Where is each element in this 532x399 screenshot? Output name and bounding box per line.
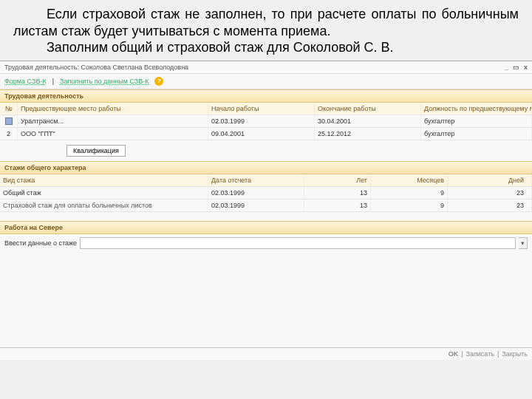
- cell-years: 13: [304, 187, 371, 199]
- col-years: Лет: [304, 174, 371, 186]
- col-days: Дней: [448, 174, 532, 186]
- col-start: Начало работы: [208, 103, 315, 115]
- cell-start: 02.03.1999: [208, 115, 315, 128]
- intro-paragraph-2: Заполним общий и страховой стаж для Соко…: [13, 39, 519, 56]
- cell-position: бухгалтер: [421, 128, 532, 140]
- app-window: Трудовая деятельность: Соколова Светлана…: [0, 61, 532, 360]
- window-title: Трудовая деятельность: Соколова Светлана…: [4, 64, 188, 71]
- dropdown-icon[interactable]: ▾: [519, 237, 528, 249]
- cell-org: ООО "ГПТ": [18, 128, 208, 140]
- cell-position: бухгалтер: [421, 115, 532, 128]
- window-titlebar: Трудовая деятельность: Соколова Светлана…: [0, 61, 532, 74]
- col-num: №: [0, 103, 18, 115]
- cell-months: 9: [371, 200, 448, 211]
- ok-button[interactable]: OK: [449, 350, 459, 358]
- experience-table: Вид стажа Дата отсчета Лет Месяцев Дней …: [0, 174, 532, 212]
- intro-paragraph-1: Если страховой стаж не заполнен, то при …: [13, 6, 519, 39]
- table-row[interactable]: Уралтрансм... 02.03.1999 30.04.2001 бухг…: [0, 115, 532, 129]
- cell-days: 23: [448, 187, 532, 199]
- cell-end: 30.04.2001: [315, 115, 421, 128]
- col-date: Дата отсчета: [208, 174, 304, 186]
- col-position: Должность по предшествующему месту работ…: [421, 103, 532, 115]
- cell-org: Уралтрансм...: [18, 115, 208, 128]
- separator: |: [52, 78, 54, 85]
- col-prev-place: Предшествующее место работы: [18, 103, 208, 115]
- cell-kind: Страховой стаж для оплаты больничных лис…: [0, 200, 208, 211]
- col-months: Месяцев: [371, 174, 448, 186]
- toolbar: Форма СЗВ-К | Заполнить по данным СЗВ-К …: [0, 74, 532, 89]
- work-history-table: № Предшествующее место работы Начало раб…: [0, 103, 532, 141]
- section-north-work: Работа на Севере: [0, 221, 532, 234]
- col-kind: Вид стажа: [0, 174, 208, 186]
- help-icon[interactable]: ?: [154, 77, 163, 86]
- qualification-button[interactable]: Квалификация: [66, 145, 126, 157]
- maximize-button[interactable]: ▭: [513, 64, 519, 71]
- section-general-experience: Стажи общего характера: [0, 161, 532, 174]
- col-end: Окончание работы: [315, 103, 421, 115]
- cell-date: 02.03.1999: [208, 187, 304, 199]
- row-marker-icon: [5, 117, 13, 125]
- close-button[interactable]: x: [524, 64, 528, 71]
- cell-years: 13: [304, 200, 371, 211]
- cell-num: 2: [0, 128, 18, 140]
- north-input[interactable]: [80, 237, 516, 249]
- table-row[interactable]: 2 ООО "ГПТ" 09.04.2001 25.12.2012 бухгал…: [0, 128, 532, 140]
- cell-date: 02.03.1999: [208, 200, 304, 211]
- cell-months: 9: [371, 187, 448, 199]
- save-button[interactable]: Записать: [466, 350, 494, 358]
- form-szvk-link[interactable]: Форма СЗВ-К: [4, 78, 47, 85]
- cell-days: 23: [448, 200, 532, 211]
- fill-szvk-link[interactable]: Заполнить по данным СЗВ-К: [60, 78, 149, 85]
- close-window-button[interactable]: Закрыть: [502, 350, 528, 358]
- section-work-history: Трудовая деятельность: [0, 89, 532, 103]
- cell-end: 25.12.2012: [315, 128, 421, 140]
- north-label: Ввести данные о стаже: [4, 239, 77, 247]
- minimize-button[interactable]: _: [505, 64, 508, 71]
- cell-kind: Общий стаж: [0, 187, 208, 199]
- table-row[interactable]: Общий стаж 02.03.1999 13 9 23: [0, 187, 532, 200]
- cell-start: 09.04.2001: [208, 128, 315, 140]
- footer-buttons: OK | Записать | Закрыть: [0, 347, 532, 360]
- table-row[interactable]: Страховой стаж для оплаты больничных лис…: [0, 200, 532, 212]
